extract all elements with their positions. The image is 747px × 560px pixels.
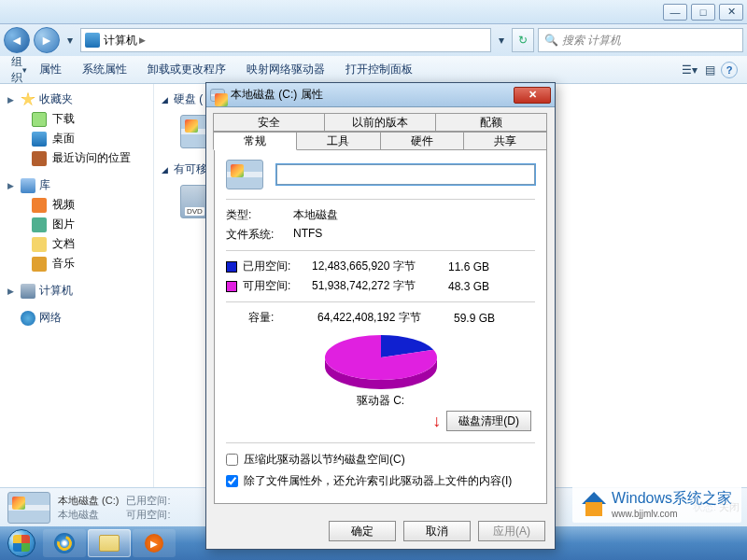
cancel-button[interactable]: 取消 [403, 521, 471, 541]
dialog-body: 安全 以前的版本 配额 常规 工具 硬件 共享 类型:本地磁盘 文件系统:NTF… [206, 107, 555, 513]
index-checkbox-row: 除了文件属性外，还允许索引此驱动器上文件的内容(I) [226, 470, 535, 492]
wmp-icon: ▶ [145, 534, 163, 553]
taskbar-ie[interactable] [43, 529, 86, 557]
document-icon [32, 237, 47, 252]
sidebar-label: 下载 [52, 111, 75, 127]
sidebar: ▶收藏夹 下载 桌面 最近访问的位置 ▶库 视频 图片 文档 音乐 ▶计算机 网… [0, 84, 154, 487]
sidebar-item-recent[interactable]: 最近访问的位置 [4, 148, 149, 168]
checkbox-label: 除了文件属性外，还允许索引此驱动器上文件的内容(I) [244, 473, 512, 489]
disk-cleanup-button[interactable]: 磁盘清理(D) [446, 411, 531, 431]
sidebar-label: 最近访问的位置 [52, 150, 131, 166]
help-icon[interactable]: ? [721, 62, 738, 78]
label: 容量: [248, 310, 312, 326]
sidebar-item-music[interactable]: 音乐 [4, 254, 149, 273]
forward-button[interactable]: ► [34, 27, 60, 53]
dialog-footer: 确定 取消 应用(A) [206, 513, 555, 549]
ok-button[interactable]: 确定 [329, 521, 396, 541]
drive-icon [226, 160, 263, 189]
value-gb: 11.6 GB [448, 260, 489, 273]
sidebar-item-desktop[interactable]: 桌面 [4, 129, 149, 148]
checkbox-label: 压缩此驱动器以节约磁盘空间(C) [244, 452, 405, 468]
open-control-panel-button[interactable]: 打开控制面板 [336, 58, 422, 81]
tab-security[interactable]: 安全 [213, 113, 325, 132]
computer-icon [85, 33, 100, 48]
chevron-right-icon[interactable]: ▶ [139, 35, 146, 45]
sidebar-label: 音乐 [52, 256, 75, 272]
taskbar-wmp[interactable]: ▶ [133, 529, 176, 557]
disk-usage-pie-icon [311, 333, 451, 389]
sidebar-favorites-header[interactable]: ▶收藏夹 [4, 90, 149, 109]
sidebar-item-videos[interactable]: 视频 [4, 195, 149, 215]
tab-tools[interactable]: 工具 [296, 132, 380, 150]
back-button[interactable]: ◄ [4, 27, 30, 53]
address-bar[interactable]: 计算机 ▶ [80, 28, 491, 52]
close-button[interactable]: ✕ [719, 4, 743, 21]
minimize-button[interactable]: — [663, 4, 687, 21]
tab-hardware[interactable]: 硬件 [380, 132, 464, 150]
sidebar-label: 桌面 [52, 131, 75, 147]
sidebar-item-documents[interactable]: 文档 [4, 234, 149, 254]
uninstall-programs-button[interactable]: 卸载或更改程序 [138, 58, 235, 81]
hint-arrow-icon: ↓ [432, 412, 441, 431]
category-label: 硬盘 ( [174, 91, 203, 107]
sidebar-computer-header[interactable]: ▶计算机 [4, 281, 149, 301]
drive-label: 驱动器 C: [226, 391, 535, 411]
history-dropdown[interactable]: ▾ [63, 27, 77, 53]
view-menu-icon[interactable]: ☰▾ [680, 61, 698, 79]
maximize-button[interactable]: □ [691, 4, 715, 21]
value: NTFS [293, 227, 322, 243]
recent-icon [32, 151, 47, 166]
tab-general[interactable]: 常规 [213, 132, 297, 150]
search-placeholder: 搜索 计算机 [562, 33, 621, 49]
tab-previous-versions[interactable]: 以前的版本 [324, 113, 436, 132]
sidebar-item-downloads[interactable]: 下载 [4, 109, 149, 129]
details-key: 已用空间: [126, 495, 170, 506]
tab-sharing[interactable]: 共享 [463, 132, 547, 150]
preview-pane-icon[interactable]: ▤ [700, 61, 719, 79]
sidebar-network-header[interactable]: 网络 [4, 308, 149, 328]
windows-orb-icon [7, 529, 35, 557]
sidebar-libraries-header[interactable]: ▶库 [4, 175, 149, 195]
tab-page-general: 类型:本地磁盘 文件系统:NTFS 已用空间: 12,483,665,920 字… [214, 149, 547, 504]
dialog-close-button[interactable]: ✕ [514, 87, 551, 104]
breadcrumb-label: 计算机 [104, 33, 137, 49]
apply-button[interactable]: 应用(A) [478, 521, 545, 541]
index-checkbox[interactable] [226, 475, 238, 487]
search-icon: 🔍 [544, 34, 558, 47]
compress-checkbox[interactable] [226, 454, 238, 466]
system-properties-button[interactable]: 系统属性 [73, 58, 136, 81]
label: 文件系统: [226, 227, 293, 243]
category-label: 有可移 [174, 161, 207, 177]
volume-name-input[interactable] [276, 164, 535, 185]
organize-menu[interactable]: 组织 [9, 57, 28, 83]
value-bytes: 64,422,408,192 字节 [317, 310, 448, 326]
system-tray[interactable] [741, 526, 745, 560]
drive-icon [7, 492, 50, 524]
start-button[interactable] [2, 528, 41, 558]
refresh-button[interactable]: ↻ [512, 28, 534, 52]
music-icon [32, 257, 47, 272]
video-icon [32, 198, 47, 213]
window-title-bar: — □ ✕ [0, 0, 747, 24]
breadcrumb-segment[interactable]: 计算机 ▶ [104, 33, 146, 49]
label: 可用空间: [243, 278, 306, 294]
dialog-title-bar[interactable]: 本地磁盘 (C:) 属性 ✕ [206, 83, 555, 107]
map-network-drive-button[interactable]: 映射网络驱动器 [237, 58, 334, 81]
legend-used: 已用空间: 12,483,665,920 字节 11.6 GB [226, 257, 535, 276]
legend-free: 可用空间: 51,938,742,272 字节 48.3 GB [226, 276, 535, 296]
library-icon [21, 178, 35, 193]
explorer-icon [99, 535, 120, 552]
sidebar-label: 文档 [52, 236, 75, 252]
search-input[interactable]: 🔍 搜索 计算机 [538, 28, 743, 52]
swatch-used [226, 261, 237, 273]
properties-button[interactable]: 属性 [30, 58, 71, 81]
sidebar-label: 视频 [52, 197, 75, 213]
address-dropdown[interactable]: ▾ [495, 27, 508, 53]
value-bytes: 51,938,742,272 字节 [312, 278, 443, 294]
sidebar-item-pictures[interactable]: 图片 [4, 215, 149, 234]
value-gb: 48.3 GB [448, 280, 489, 293]
details-name: 本地磁盘 (C:) 本地磁盘 [58, 494, 119, 522]
sidebar-label: 收藏夹 [39, 91, 73, 107]
tab-quota[interactable]: 配额 [435, 113, 547, 132]
taskbar-explorer[interactable] [88, 529, 131, 557]
